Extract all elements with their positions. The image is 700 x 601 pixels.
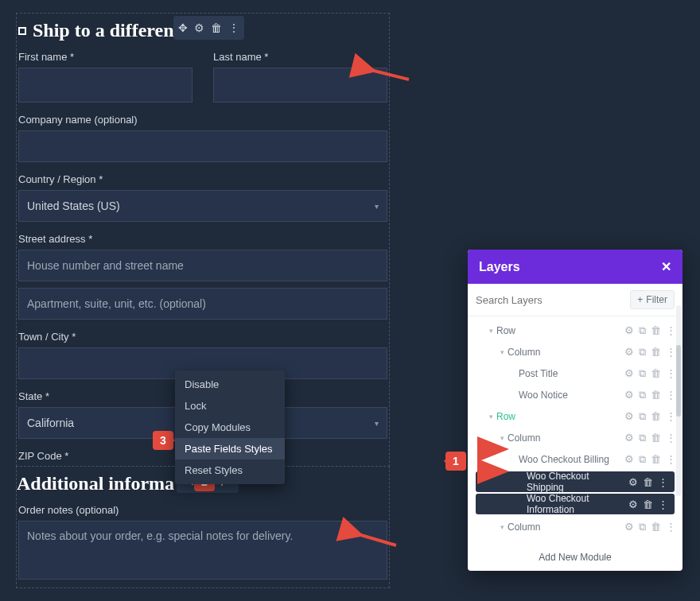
trash-icon[interactable]: 🗑 [651,432,661,444]
more-icon[interactable]: ⋮ [228,21,239,34]
additional-title-text: Additional informa [17,473,174,494]
gear-icon[interactable]: ⚙ [628,476,638,488]
first-name-label: First name * [18,51,192,63]
layers-search-input[interactable] [476,294,603,306]
gear-icon[interactable]: ⚙ [624,324,634,337]
ship-different-checkbox[interactable] [18,27,26,35]
layer-row-actions: ⚙⧉🗑⋮ [624,389,676,401]
scrollbar-thumb[interactable] [676,345,681,417]
layer-row[interactable]: ▾Column⚙⧉🗑⋮ [468,516,682,537]
move-icon[interactable]: ✥ [178,21,188,34]
dup-icon[interactable]: ⧉ [639,432,646,444]
trash-icon[interactable]: 🗑 [211,21,222,34]
country-value: United States (US) [27,200,120,212]
layer-row[interactable]: Woo Notice⚙⧉🗑⋮ [468,384,682,405]
layer-row[interactable]: ▾Row⚙⧉🗑⋮ [468,320,682,341]
dots-icon[interactable]: ⋮ [666,324,676,337]
trash-icon[interactable]: 🗑 [643,498,653,510]
company-label: Company name (optional) [18,114,387,126]
gear-icon[interactable]: ⚙ [624,521,634,533]
dup-icon[interactable]: ⧉ [639,521,646,533]
caret-icon[interactable]: ▾ [485,413,496,421]
city-label: Town / City * [18,331,387,343]
dup-icon[interactable]: ⧉ [639,389,646,401]
street-label: Street address * [18,233,387,245]
annotation-arrow [479,466,508,477]
context-menu-item[interactable]: Lock [175,395,285,417]
context-menu-item[interactable]: Copy Modules [175,417,285,438]
dup-icon[interactable]: ⧉ [639,346,646,359]
country-select[interactable]: United States (US) ▾ [18,190,387,222]
dup-icon[interactable]: ⧉ [639,410,646,423]
last-name-field: Last name * [213,51,387,103]
annotation-arrow [353,529,401,553]
order-notes-input[interactable]: Notes about your order, e.g. special not… [18,521,387,580]
trash-icon[interactable]: 🗑 [651,324,661,337]
dots-icon[interactable]: ⋮ [666,389,676,401]
trash-icon[interactable]: 🗑 [651,521,661,533]
close-icon[interactable]: ✕ [661,259,671,274]
layer-label: Woo Checkout Shipping [527,471,628,493]
layer-row-actions: ⚙⧉🗑⋮ [624,410,676,423]
layer-row[interactable]: ▾Row⚙⧉🗑⋮ [468,405,682,427]
gear-icon[interactable]: ⚙ [624,367,634,380]
svg-line-1 [358,534,396,545]
gear-icon[interactable]: ⚙ [624,346,634,359]
layer-row[interactable]: Post Title⚙⧉🗑⋮ [468,363,682,384]
annotation-arrow [366,64,414,87]
dots-icon[interactable]: ⋮ [666,453,676,466]
dup-icon[interactable]: ⧉ [639,324,646,337]
last-name-input[interactable] [213,68,387,103]
context-menu-item[interactable]: Disable [175,374,285,395]
annotation-marker-3: 3 [153,431,173,450]
caret-icon[interactable]: ▾ [496,523,508,531]
gear-icon[interactable]: ⚙ [194,21,204,34]
filter-button[interactable]: + Filter [630,290,675,309]
layer-label: Row [496,411,624,422]
layers-scrollbar[interactable] [676,305,681,496]
gear-icon[interactable]: ⚙ [624,453,634,466]
dots-icon[interactable]: ⋮ [666,521,676,533]
layer-label: Column [508,347,624,358]
dup-icon[interactable]: ⧉ [639,453,646,466]
add-module-button[interactable]: Add New Module [468,544,682,571]
gear-icon[interactable]: ⚙ [624,410,634,423]
layer-row-actions: ⚙⧉🗑⋮ [624,432,676,444]
first-name-input[interactable] [18,68,192,103]
dots-icon[interactable]: ⋮ [666,346,676,359]
module-context-menu: DisableLockCopy ModulesPaste Fields Styl… [175,370,285,484]
dots-icon[interactable]: ⋮ [666,367,676,380]
dots-icon[interactable]: ⋮ [666,432,676,444]
context-menu-item[interactable]: Paste Fields Styles [175,438,285,459]
street-ph2: Apartment, suite, unit, etc. (optional) [27,297,206,310]
shipping-title-text: Ship to a different ? [33,20,195,41]
dup-icon[interactable]: ⧉ [639,367,646,380]
street-input-1[interactable]: House number and street name [18,250,387,281]
layer-row-actions: ⚙⧉🗑⋮ [624,521,676,533]
company-input[interactable] [18,130,387,162]
module-toolbar-shipping[interactable]: ✥ ⚙ 🗑 ⋮ [173,16,244,40]
gear-icon[interactable]: ⚙ [624,389,634,401]
dots-icon[interactable]: ⋮ [666,410,676,423]
layers-header: Layers ✕ [468,250,682,284]
dots-icon[interactable]: ⋮ [658,476,668,488]
trash-icon[interactable]: 🗑 [651,346,661,359]
street-input-2[interactable]: Apartment, suite, unit, etc. (optional) [18,288,387,320]
caret-icon[interactable]: ▾ [485,327,496,335]
trash-icon[interactable]: 🗑 [651,367,661,380]
caret-icon[interactable]: ▾ [496,434,508,442]
trash-icon[interactable]: 🗑 [651,410,661,423]
trash-icon[interactable]: 🗑 [643,476,653,488]
dots-icon[interactable]: ⋮ [658,498,668,510]
layers-tree: ▾Row⚙⧉🗑⋮▾Column⚙⧉🗑⋮Post Title⚙⧉🗑⋮Woo Not… [468,316,682,544]
context-menu-item[interactable]: Reset Styles [175,459,285,481]
layer-row[interactable]: ▾Column⚙⧉🗑⋮ [468,341,682,363]
gear-icon[interactable]: ⚙ [624,432,634,444]
caret-icon[interactable]: ▾ [496,348,508,356]
layer-row[interactable]: Woo Checkout Information⚙🗑⋮ [476,494,675,514]
chevron-down-icon: ▾ [375,419,379,428]
layer-label: Woo Notice [519,390,624,401]
gear-icon[interactable]: ⚙ [628,498,638,510]
trash-icon[interactable]: 🗑 [651,389,661,401]
trash-icon[interactable]: 🗑 [651,453,661,466]
